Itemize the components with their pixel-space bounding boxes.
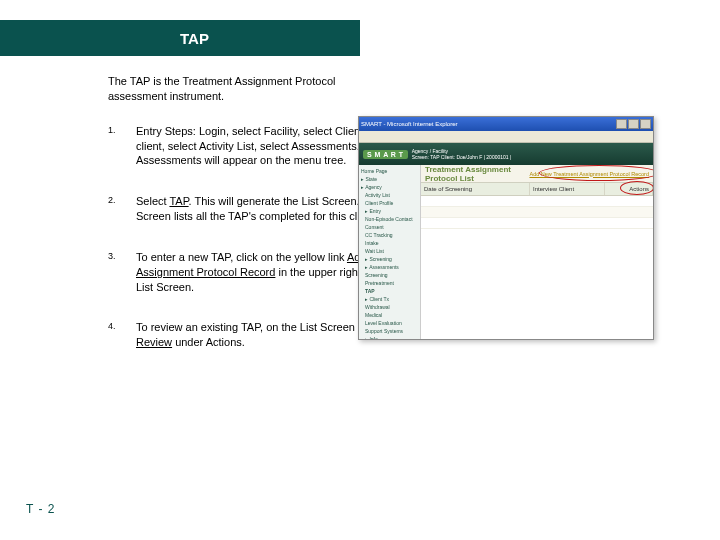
nav-item[interactable]: Wait List (361, 247, 418, 255)
nav-item[interactable]: Pretreatment (361, 279, 418, 287)
nav-item[interactable]: Assessments (361, 263, 418, 271)
nav-item[interactable]: Support Systems (361, 327, 418, 335)
nav-item[interactable]: Activity List (361, 191, 418, 199)
nav-item[interactable]: TAP (361, 287, 418, 295)
slide: TAP The TAP is the Treatment Assignment … (0, 0, 720, 540)
add-record-link[interactable]: Add New Treatment Assignment Protocol Re… (529, 171, 649, 177)
nav-item[interactable]: Agency (361, 183, 418, 191)
ie-title: SMART - Microsoft Internet Explorer (361, 121, 457, 127)
nav-item[interactable]: Intake (361, 239, 418, 247)
review-link-ref: Review (136, 336, 172, 348)
close-icon[interactable] (640, 119, 651, 129)
nav-item[interactable]: CC Tracking (361, 231, 418, 239)
nav-item[interactable]: Consent (361, 223, 418, 231)
nav-item[interactable]: Non-Episode Contact (361, 215, 418, 223)
tap-link-ref: TAP (169, 195, 188, 207)
nav-item[interactable]: Medical (361, 311, 418, 319)
nav-item[interactable]: Screening (361, 255, 418, 263)
minimize-icon[interactable] (616, 119, 627, 129)
ie-titlebar: SMART - Microsoft Internet Explorer (359, 117, 653, 131)
page-title: TAP (180, 30, 209, 47)
list-title: Treatment Assignment Protocol List (425, 165, 529, 183)
step-number: 4. (108, 320, 136, 350)
title-banner: TAP (0, 20, 360, 56)
nav-item[interactable]: Entry (361, 207, 418, 215)
slide-number: T - 2 (26, 502, 55, 516)
column-headers: Date of Screening Interview Client Actio… (421, 183, 653, 196)
smart-banner-text: Agency / Facility Screen: TAP Client: Do… (412, 148, 512, 160)
smart-body: Home PageStateAgencyActivity ListClient … (359, 165, 653, 339)
smart-nav-tree[interactable]: Home PageStateAgencyActivity ListClient … (359, 165, 421, 339)
smart-header-row: Treatment Assignment Protocol List Add N… (421, 165, 653, 183)
nav-item[interactable]: Withdrawal (361, 303, 418, 311)
col-actions: Actions (605, 183, 653, 195)
nav-item[interactable]: State (361, 175, 418, 183)
maximize-icon[interactable] (628, 119, 639, 129)
step-number: 2. (108, 194, 136, 224)
step-number: 3. (108, 250, 136, 295)
step-number: 1. (108, 124, 136, 169)
smart-screenshot: SMART - Microsoft Internet Explorer S M … (358, 116, 654, 340)
col-date: Date of Screening (421, 183, 530, 195)
intro-text: The TAP is the Treatment Assignment Prot… (108, 74, 378, 104)
smart-main: Treatment Assignment Protocol List Add N… (421, 165, 653, 339)
nav-item[interactable]: Home Page (361, 167, 418, 175)
list-rows (421, 196, 653, 339)
nav-item[interactable]: Info (361, 335, 418, 340)
ie-toolbar (359, 131, 653, 143)
table-row (421, 207, 653, 218)
table-row (421, 218, 653, 229)
smart-banner: S M A R T Agency / Facility Screen: TAP … (359, 143, 653, 165)
nav-item[interactable]: Level Evaluation (361, 319, 418, 327)
nav-item[interactable]: Client Profile (361, 199, 418, 207)
nav-item[interactable]: Client Tx (361, 295, 418, 303)
col-client: Interview Client (530, 183, 605, 195)
table-row (421, 196, 653, 207)
smart-logo: S M A R T (363, 150, 408, 159)
nav-item[interactable]: Screening (361, 271, 418, 279)
